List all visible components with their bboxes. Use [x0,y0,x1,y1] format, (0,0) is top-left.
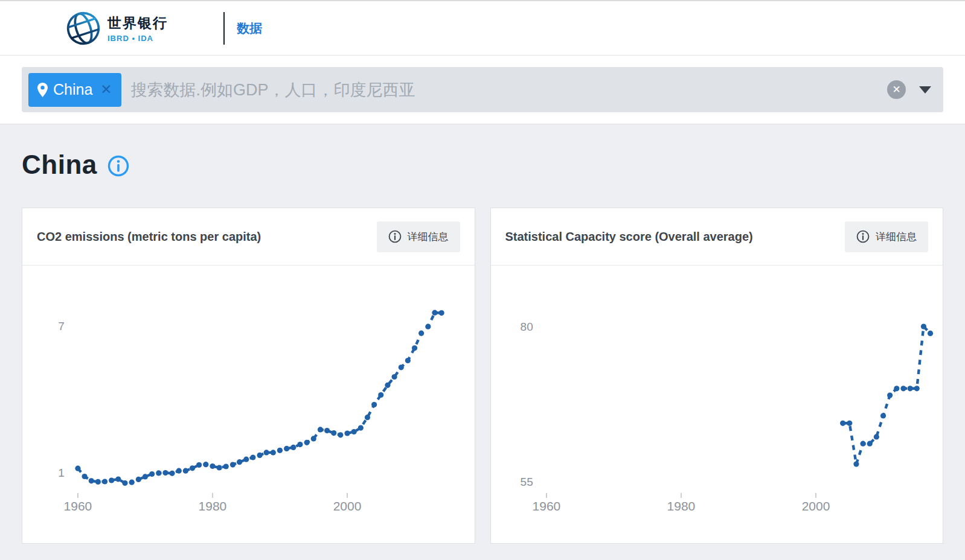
co2-emissions-card: CO2 emissions (metric tons per capita) 详… [22,208,475,544]
statistical-capacity-chart: 8055196019802000 [491,266,943,544]
search-section: China ✕ 搜索数据.例如GDP，人口，印度尼西亚 ✕ [0,56,965,124]
svg-text:2000: 2000 [801,499,830,513]
logo-name-zh: 世界银行 [107,14,168,33]
search-input[interactable]: China ✕ 搜索数据.例如GDP，人口，印度尼西亚 ✕ [22,67,943,112]
search-placeholder: 搜索数据.例如GDP，人口，印度尼西亚 [131,79,887,101]
svg-text:1960: 1960 [64,499,92,513]
details-info-icon [388,230,402,243]
co2-emissions-chart: 71196019802000 [22,266,475,544]
remove-chip-icon[interactable]: ✕ [100,83,112,97]
sci-card-title: Statistical Capacity score (Overall aver… [505,230,753,244]
nav-data-link[interactable]: 数据 [237,20,262,37]
country-filter-chip[interactable]: China ✕ [28,73,121,107]
clear-search-button[interactable]: ✕ [887,80,906,99]
dropdown-caret-icon[interactable] [919,86,931,94]
details-info-icon [856,230,870,243]
world-bank-logo[interactable]: 世界银行 IBRD • IDA [65,10,168,46]
world-bank-globe-icon [65,10,101,46]
svg-text:55: 55 [520,476,533,488]
svg-text:1960: 1960 [532,499,560,513]
country-info-icon[interactable] [107,155,129,177]
co2-details-button[interactable]: 详细信息 [377,221,460,252]
details-button-label: 详细信息 [876,230,917,244]
svg-text:2000: 2000 [333,499,362,513]
svg-text:7: 7 [58,320,65,332]
top-nav-bar: 世界银行 IBRD • IDA 数据 [0,0,965,56]
svg-text:1980: 1980 [667,499,695,513]
svg-text:80: 80 [520,320,533,333]
details-button-label: 详细信息 [408,230,449,244]
logo-text: 世界银行 IBRD • IDA [107,14,168,43]
page-content: China CO2 emissions (metric tons per cap… [0,150,965,544]
svg-text:1: 1 [58,466,65,479]
chip-label: China [53,81,92,98]
header-divider [223,12,225,45]
statistical-capacity-card: Statistical Capacity score (Overall aver… [490,208,944,544]
sci-details-button[interactable]: 详细信息 [845,221,928,252]
co2-card-title: CO2 emissions (metric tons per capita) [37,230,261,244]
location-pin-icon [37,83,48,97]
logo-ibrd-ida: IBRD • IDA [107,34,168,43]
page-title: China [22,150,97,180]
svg-text:1980: 1980 [199,499,227,513]
